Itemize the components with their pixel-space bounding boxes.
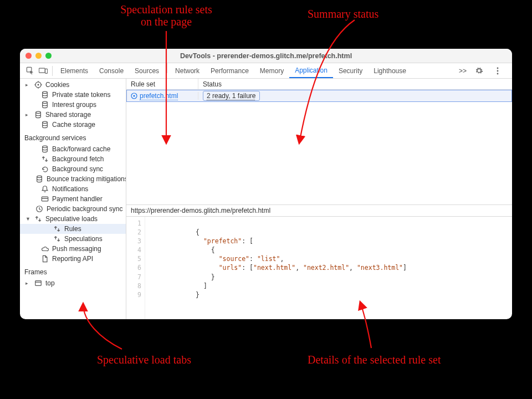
sidebar-item-label: Cache storage bbox=[52, 121, 95, 129]
sidebar-item-background-fetch[interactable]: Background fetch bbox=[20, 154, 126, 164]
status-pill[interactable]: 2 ready, 1 failure bbox=[203, 91, 260, 101]
db-icon bbox=[41, 91, 49, 99]
disclosure-triangle-icon[interactable]: ▼ bbox=[25, 216, 31, 222]
tab-performance[interactable]: Performance bbox=[205, 63, 254, 78]
disclosure-triangle-icon[interactable]: ▸ bbox=[25, 112, 31, 117]
sidebar-header-frames: Frames bbox=[20, 264, 126, 278]
svg-rect-1 bbox=[39, 68, 45, 73]
inspect-icon[interactable] bbox=[25, 66, 34, 75]
clock-icon bbox=[35, 205, 43, 213]
sidebar-header-background: Background services bbox=[20, 130, 126, 144]
sidebar-item-top[interactable]: ▸top bbox=[20, 278, 126, 288]
frame-icon bbox=[34, 279, 42, 287]
table-row[interactable]: prefetch.html 2 ready, 1 failure bbox=[126, 90, 512, 102]
doc-icon bbox=[41, 255, 49, 263]
sidebar-item-cookies[interactable]: ▸Cookies bbox=[20, 80, 126, 90]
sidebar-item-background-sync[interactable]: Background sync bbox=[20, 164, 126, 174]
sidebar-item-label: Speculative loads bbox=[45, 215, 98, 223]
gear-icon[interactable] bbox=[474, 66, 483, 75]
col-rule-set[interactable]: Rule set bbox=[126, 79, 198, 89]
sidebar-item-reporting-api[interactable]: Reporting API bbox=[20, 254, 126, 264]
disclosure-triangle-icon[interactable]: ▸ bbox=[25, 82, 31, 88]
target-icon bbox=[34, 81, 42, 89]
traffic-lights bbox=[25, 53, 52, 59]
rule-link[interactable]: prefetch.html bbox=[140, 92, 178, 100]
svg-point-12 bbox=[43, 146, 48, 148]
sidebar-item-periodic-background-sync[interactable]: Periodic background sync bbox=[20, 204, 126, 214]
svg-point-3 bbox=[497, 67, 499, 69]
code-view: 1 2 3 4 5 6 7 8 9 { "prefetch": [ { "sou… bbox=[126, 217, 512, 319]
sidebar-item-payment-handler[interactable]: Payment handler bbox=[20, 194, 126, 204]
sidebar-item-bounce-tracking-mitigations[interactable]: Bounce tracking mitigations bbox=[20, 174, 126, 184]
svg-point-7 bbox=[38, 84, 39, 86]
sidebar-item-push-messaging[interactable]: Push messaging bbox=[20, 244, 126, 254]
sidebar-item-notifications[interactable]: Notifications bbox=[20, 184, 126, 194]
sidebar-item-speculations[interactable]: Speculations bbox=[20, 234, 126, 244]
sidebar-item-label: Speculations bbox=[64, 235, 103, 243]
disclosure-triangle-icon[interactable]: ▸ bbox=[25, 280, 31, 286]
minimize-icon[interactable] bbox=[35, 53, 42, 59]
ud-icon bbox=[34, 215, 42, 223]
sidebar-item-shared-storage[interactable]: ▸Shared storage bbox=[20, 110, 126, 120]
svg-point-11 bbox=[43, 121, 48, 124]
rule-cell[interactable]: prefetch.html bbox=[126, 92, 198, 100]
tab-security[interactable]: Security bbox=[333, 63, 368, 78]
code-text[interactable]: { "prefetch": [ { "source": "list", "url… bbox=[145, 217, 512, 319]
annotation-rulesets: Speculation rule setson the page bbox=[94, 3, 238, 28]
tab-more[interactable]: >> bbox=[453, 63, 472, 78]
sync-icon bbox=[41, 165, 49, 173]
sidebar-item-speculative-loads[interactable]: ▼Speculative loads bbox=[20, 214, 126, 224]
tab-application[interactable]: Application bbox=[289, 63, 333, 78]
svg-point-13 bbox=[37, 176, 42, 178]
tab-network[interactable]: Network bbox=[170, 63, 205, 78]
col-status[interactable]: Status bbox=[198, 79, 512, 89]
db-icon bbox=[41, 145, 49, 153]
table-header: Rule set Status bbox=[126, 79, 512, 90]
sidebar-item-back-forward-cache[interactable]: Back/forward cache bbox=[20, 144, 126, 154]
svg-point-5 bbox=[497, 73, 499, 74]
sidebar-item-private-state-tokens[interactable]: Private state tokens bbox=[20, 90, 126, 100]
tab-memory[interactable]: Memory bbox=[254, 63, 289, 78]
kebab-icon[interactable] bbox=[493, 66, 502, 75]
sidebar-item-rules[interactable]: Rules bbox=[20, 224, 126, 234]
svg-point-18 bbox=[133, 95, 135, 96]
line-gutter: 1 2 3 4 5 6 7 8 9 bbox=[126, 217, 145, 319]
sidebar-item-label: Background sync bbox=[52, 165, 103, 173]
rules-panel: Rule set Status prefetch.html 2 ready, 1… bbox=[126, 79, 512, 319]
tab-console[interactable]: Console bbox=[94, 63, 129, 78]
sidebar-item-label: Interest groups bbox=[52, 101, 96, 109]
tab-elements[interactable]: Elements bbox=[55, 63, 94, 78]
sidebar-item-label: Push messaging bbox=[52, 245, 101, 253]
sidebar-item-label: Rules bbox=[64, 225, 81, 233]
sidebar-item-label: Notifications bbox=[52, 185, 88, 193]
svg-rect-14 bbox=[42, 197, 48, 201]
status-cell[interactable]: 2 ready, 1 failure bbox=[198, 92, 512, 100]
sidebar-item-label: top bbox=[45, 279, 55, 287]
separator bbox=[167, 63, 167, 73]
sidebar: ▸CookiesPrivate state tokensInterest gro… bbox=[20, 79, 126, 319]
db-icon bbox=[41, 121, 49, 129]
db-icon bbox=[35, 175, 43, 183]
svg-point-10 bbox=[36, 111, 41, 114]
devtools-window: DevTools - prerender-demos.glitch.me/pre… bbox=[20, 49, 512, 319]
sidebar-item-label: Payment handler bbox=[52, 195, 103, 203]
sidebar-item-label: Shared storage bbox=[45, 111, 91, 119]
sidebar-item-interest-groups[interactable]: Interest groups bbox=[20, 100, 126, 110]
svg-rect-2 bbox=[45, 69, 48, 73]
card-icon bbox=[41, 195, 49, 203]
tab-lighthouse[interactable]: Lighthouse bbox=[368, 63, 412, 78]
db-icon bbox=[34, 111, 42, 119]
separator bbox=[52, 66, 53, 76]
close-icon[interactable] bbox=[25, 53, 32, 59]
svg-point-9 bbox=[43, 101, 48, 104]
sidebar-item-cache-storage[interactable]: Cache storage bbox=[20, 120, 126, 130]
device-icon[interactable] bbox=[39, 66, 48, 75]
zoom-icon[interactable] bbox=[45, 53, 52, 59]
tab-sources[interactable]: Sources bbox=[129, 63, 165, 78]
target-icon bbox=[131, 93, 137, 99]
sidebar-item-label: Reporting API bbox=[52, 255, 93, 263]
ud-icon bbox=[53, 235, 61, 243]
bell-icon bbox=[41, 185, 49, 193]
devtools-tabbar: ElementsConsoleSourcesNetworkPerformance… bbox=[20, 63, 512, 79]
titlebar: DevTools - prerender-demos.glitch.me/pre… bbox=[20, 49, 512, 63]
